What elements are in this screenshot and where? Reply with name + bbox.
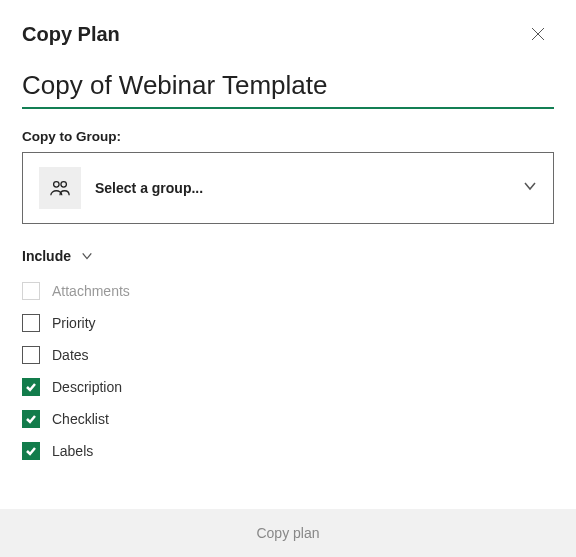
check-icon	[25, 413, 37, 425]
include-option-priority[interactable]: Priority	[22, 314, 554, 332]
dialog-title: Copy Plan	[22, 23, 120, 46]
plan-name-input[interactable]	[22, 64, 554, 109]
option-label: Dates	[52, 347, 89, 363]
copy-plan-dialog: Copy Plan Copy to Group: Select a group.…	[0, 0, 576, 557]
check-icon	[25, 445, 37, 457]
copy-plan-submit-button[interactable]: Copy plan	[0, 509, 576, 557]
close-icon	[531, 27, 545, 41]
include-toggle[interactable]: Include	[22, 248, 554, 264]
checkbox[interactable]	[22, 410, 40, 428]
check-icon	[25, 381, 37, 393]
option-label: Attachments	[52, 283, 130, 299]
include-options-list: AttachmentsPriorityDatesDescriptionCheck…	[22, 282, 554, 460]
svg-point-3	[61, 182, 66, 188]
checkbox[interactable]	[22, 346, 40, 364]
include-option-dates[interactable]: Dates	[22, 346, 554, 364]
submit-label: Copy plan	[256, 525, 319, 541]
checkbox[interactable]	[22, 442, 40, 460]
chevron-down-icon	[523, 179, 537, 197]
chevron-down-icon	[81, 250, 93, 262]
include-label: Include	[22, 248, 71, 264]
option-label: Priority	[52, 315, 96, 331]
svg-point-2	[54, 182, 60, 188]
include-option-labels[interactable]: Labels	[22, 442, 554, 460]
include-option-attachments: Attachments	[22, 282, 554, 300]
dialog-body: Copy to Group: Select a group... Include…	[0, 56, 576, 509]
group-select-placeholder: Select a group...	[95, 180, 523, 196]
dialog-header: Copy Plan	[0, 0, 576, 56]
close-button[interactable]	[526, 22, 550, 46]
option-label: Description	[52, 379, 122, 395]
people-icon-box	[39, 167, 81, 209]
include-option-checklist[interactable]: Checklist	[22, 410, 554, 428]
include-option-description[interactable]: Description	[22, 378, 554, 396]
checkbox[interactable]	[22, 378, 40, 396]
checkbox	[22, 282, 40, 300]
option-label: Labels	[52, 443, 93, 459]
option-label: Checklist	[52, 411, 109, 427]
checkbox[interactable]	[22, 314, 40, 332]
group-select-dropdown[interactable]: Select a group...	[22, 152, 554, 224]
copy-to-label: Copy to Group:	[22, 129, 554, 144]
people-icon	[49, 177, 71, 199]
